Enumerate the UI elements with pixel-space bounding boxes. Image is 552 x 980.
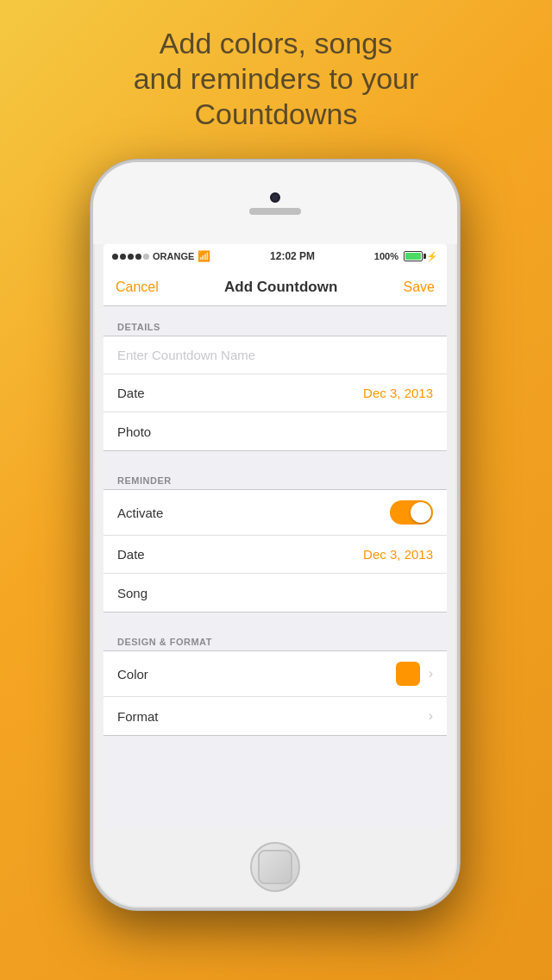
song-row[interactable]: Song [104,574,447,612]
nav-title: Add Countdown [224,279,337,296]
carrier-name: ORANGE [153,251,194,261]
activate-row[interactable]: Activate [104,490,447,536]
volume-up-button[interactable] [91,356,93,404]
battery-icon [404,251,423,261]
status-bar: ORANGE 📶 12:02 PM 100% ⚡ [104,244,447,268]
activate-label: Activate [117,506,163,520]
save-button[interactable]: Save [404,280,435,295]
toggle-knob [411,502,431,523]
battery-percent: 100% [374,251,398,261]
home-button-inner [258,850,292,884]
section-label-reminder: REMINDER [117,475,172,486]
phone-top [93,162,457,244]
photo-row[interactable]: Photo [104,412,447,450]
section-header-details: DETAILS [104,315,447,336]
countdown-name-placeholder[interactable]: Enter Countdown Name [117,348,255,362]
status-right: 100% ⚡ [374,251,438,262]
wifi-icon: 📶 [198,250,210,262]
header-line3: Countdowns [194,97,357,130]
section-label-details: DETAILS [117,322,160,332]
status-left: ORANGE 📶 [112,250,210,262]
spacer-top [104,306,447,315]
cancel-button[interactable]: Cancel [116,280,159,295]
battery-fill [405,253,421,260]
color-swatch[interactable] [396,662,420,686]
reminder-date-value: Dec 3, 2013 [363,547,433,562]
header-line2: and reminders to your [134,62,419,95]
camera [270,192,280,203]
reminder-group: Activate Date Dec 3, 2013 Song [104,489,447,612]
speaker [249,208,301,215]
signal-strength [112,254,149,260]
reminder-date-label: Date [117,547,145,562]
countdown-name-row[interactable]: Enter Countdown Name [104,336,447,374]
details-group: Enter Countdown Name Date Dec 3, 2013 Ph… [104,336,447,451]
song-label: Song [117,586,147,600]
design-group: Color › Format › [104,650,447,736]
spacer-bottom [104,736,447,762]
signal-dot-2 [120,254,126,260]
color-row-right: › [396,662,433,686]
mute-button[interactable] [91,317,93,343]
form-content: DETAILS Enter Countdown Name Date Dec 3,… [104,306,447,826]
power-button[interactable] [457,348,460,408]
phone-screen: ORANGE 📶 12:02 PM 100% ⚡ Cancel Add Coun… [104,244,447,826]
activate-toggle[interactable] [390,500,433,525]
format-label: Format [117,709,159,724]
color-row[interactable]: Color › [104,651,447,697]
format-row[interactable]: Format › [104,697,447,735]
reminder-date-row[interactable]: Date Dec 3, 2013 [104,536,447,574]
signal-dot-1 [112,254,118,260]
color-label: Color [117,667,148,682]
header-text: Add colors, songs and reminders to your … [0,26,552,131]
status-time: 12:02 PM [270,250,315,262]
charging-icon: ⚡ [426,251,438,262]
date-value: Dec 3, 2013 [363,386,433,400]
nav-bar: Cancel Add Countdown Save [104,268,447,306]
spacer-reminder [104,451,447,468]
home-button[interactable] [250,842,300,892]
phone-frame: ORANGE 📶 12:02 PM 100% ⚡ Cancel Add Coun… [91,160,460,910]
signal-dot-5 [143,254,149,260]
color-chevron-icon: › [429,666,433,682]
signal-dot-3 [128,254,134,260]
signal-dot-4 [135,254,141,260]
section-header-design: DESIGN & FORMAT [104,630,447,650]
spacer-design [104,612,447,630]
date-label: Date [117,386,145,400]
date-row[interactable]: Date Dec 3, 2013 [104,374,447,412]
volume-down-button[interactable] [91,417,93,464]
format-chevron-icon: › [429,708,433,724]
photo-label: Photo [117,424,151,439]
section-header-reminder: REMINDER [104,468,447,489]
section-label-design: DESIGN & FORMAT [117,637,212,647]
header-line1: Add colors, songs [160,27,392,60]
